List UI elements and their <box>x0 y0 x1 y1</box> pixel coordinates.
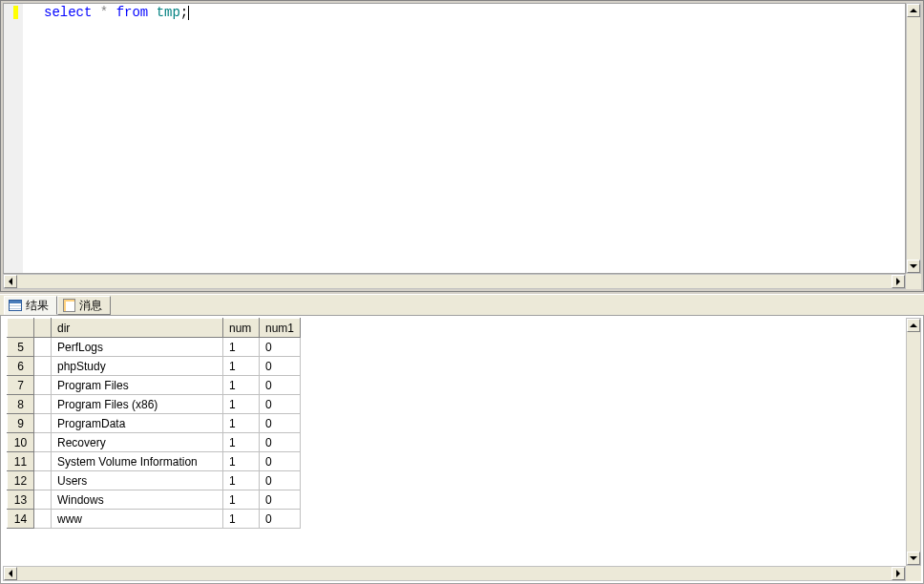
cell-num[interactable]: 1 <box>223 490 260 510</box>
table-row[interactable]: 7Program Files10 <box>8 376 301 395</box>
cell-empty[interactable] <box>34 395 52 414</box>
row-number-header[interactable]: 13 <box>8 490 34 510</box>
cell-dir[interactable]: phpStudy <box>52 357 223 376</box>
cell-empty[interactable] <box>34 510 52 529</box>
results-horizontal-scrollbar[interactable] <box>3 566 906 581</box>
sql-text[interactable]: select * from tmp; <box>44 5 189 20</box>
grid-header-dir[interactable]: dir <box>52 319 223 338</box>
cell-dir[interactable]: www <box>52 510 223 529</box>
cell-dir[interactable]: Users <box>52 471 223 490</box>
cell-dir[interactable]: System Volume Information <box>52 452 223 471</box>
editor-gutter <box>4 4 23 273</box>
scroll-right-button[interactable] <box>892 567 905 580</box>
cell-num1[interactable]: 0 <box>260 414 301 433</box>
cell-num1[interactable]: 0 <box>260 452 301 471</box>
grid-header-num1[interactable]: num1 <box>260 319 301 338</box>
table-row[interactable]: 5PerfLogs10 <box>8 338 301 357</box>
row-number-header[interactable]: 12 <box>8 471 34 490</box>
grid-header-row: dir num num1 <box>8 319 301 338</box>
cell-num1[interactable]: 0 <box>260 357 301 376</box>
scroll-corner <box>906 566 921 581</box>
results-vertical-scrollbar[interactable] <box>906 318 921 566</box>
cell-dir[interactable]: PerfLogs <box>52 338 223 357</box>
message-icon <box>62 299 75 312</box>
tab-results-label: 结果 <box>26 298 49 314</box>
cell-num1[interactable]: 0 <box>260 471 301 490</box>
scroll-up-button[interactable] <box>907 4 920 17</box>
cell-num[interactable]: 1 <box>223 395 260 414</box>
table-row[interactable]: 6phpStudy10 <box>8 357 301 376</box>
cell-num[interactable]: 1 <box>223 510 260 529</box>
cell-num[interactable]: 1 <box>223 376 260 395</box>
grid-header-empty[interactable] <box>34 319 52 338</box>
table-row[interactable]: 8Program Files (x86)10 <box>8 395 301 414</box>
cell-num[interactable]: 1 <box>223 471 260 490</box>
cell-dir[interactable]: Program Files (x86) <box>52 395 223 414</box>
sql-keyword-from: from <box>116 5 149 20</box>
tab-results[interactable]: 结果 <box>4 296 57 315</box>
cell-num[interactable]: 1 <box>223 357 260 376</box>
row-number-header[interactable]: 5 <box>8 338 34 357</box>
scroll-right-button[interactable] <box>892 275 905 288</box>
cell-num1[interactable]: 0 <box>260 338 301 357</box>
results-pane: dir num num1 5PerfLogs106phpStudy107Prog… <box>0 315 924 584</box>
cell-num[interactable]: 1 <box>223 338 260 357</box>
scroll-left-button[interactable] <box>4 275 17 288</box>
grid-corner-header[interactable] <box>8 319 34 338</box>
sql-editor[interactable]: select * from tmp; <box>3 3 906 274</box>
sql-keyword-select: select <box>44 5 92 20</box>
table-row[interactable]: 11System Volume Information10 <box>8 452 301 471</box>
cell-empty[interactable] <box>34 490 52 510</box>
cell-num1[interactable]: 0 <box>260 490 301 510</box>
cell-empty[interactable] <box>34 357 52 376</box>
cell-empty[interactable] <box>34 338 52 357</box>
scroll-left-button[interactable] <box>4 567 17 580</box>
cell-num1[interactable]: 0 <box>260 433 301 452</box>
cell-empty[interactable] <box>34 376 52 395</box>
cell-empty[interactable] <box>34 414 52 433</box>
row-number-header[interactable]: 7 <box>8 376 34 395</box>
cell-empty[interactable] <box>34 471 52 490</box>
cell-num1[interactable]: 0 <box>260 510 301 529</box>
tab-messages-label: 消息 <box>79 298 102 314</box>
row-number-header[interactable]: 9 <box>8 414 34 433</box>
grid-icon <box>9 299 22 312</box>
cell-dir[interactable]: Program Files <box>52 376 223 395</box>
table-row[interactable]: 13Windows10 <box>8 490 301 510</box>
cell-dir[interactable]: Windows <box>52 490 223 510</box>
sql-semicolon: ; <box>180 5 188 20</box>
editor-vertical-scrollbar[interactable] <box>906 3 921 274</box>
table-row[interactable]: 9ProgramData10 <box>8 414 301 433</box>
cell-num[interactable]: 1 <box>223 414 260 433</box>
table-row[interactable]: 10Recovery10 <box>8 433 301 452</box>
row-number-header[interactable]: 11 <box>8 452 34 471</box>
current-line-marker <box>13 6 18 19</box>
results-grid[interactable]: dir num num1 5PerfLogs106phpStudy107Prog… <box>7 318 301 529</box>
cell-dir[interactable]: Recovery <box>52 433 223 452</box>
scroll-corner <box>906 274 921 289</box>
sql-editor-pane: select * from tmp; <box>0 0 924 292</box>
cell-num1[interactable]: 0 <box>260 395 301 414</box>
sql-identifier: tmp <box>148 5 180 20</box>
cell-empty[interactable] <box>34 433 52 452</box>
tab-messages[interactable]: 消息 <box>57 296 111 315</box>
editor-horizontal-scrollbar[interactable] <box>3 274 906 289</box>
cell-num1[interactable]: 0 <box>260 376 301 395</box>
row-number-header[interactable]: 6 <box>8 357 34 376</box>
cell-num[interactable]: 1 <box>223 452 260 471</box>
cell-num[interactable]: 1 <box>223 433 260 452</box>
sql-star: * <box>92 5 116 20</box>
row-number-header[interactable]: 10 <box>8 433 34 452</box>
scroll-down-button[interactable] <box>907 260 920 273</box>
results-grid-container: dir num num1 5PerfLogs106phpStudy107Prog… <box>7 318 906 566</box>
row-number-header[interactable]: 14 <box>8 510 34 529</box>
table-row[interactable]: 14www10 <box>8 510 301 529</box>
cell-empty[interactable] <box>34 452 52 471</box>
text-cursor <box>188 6 189 20</box>
scroll-up-button[interactable] <box>907 319 920 332</box>
scroll-down-button[interactable] <box>907 552 920 565</box>
grid-header-num[interactable]: num <box>223 319 260 338</box>
cell-dir[interactable]: ProgramData <box>52 414 223 433</box>
row-number-header[interactable]: 8 <box>8 395 34 414</box>
table-row[interactable]: 12Users10 <box>8 471 301 490</box>
